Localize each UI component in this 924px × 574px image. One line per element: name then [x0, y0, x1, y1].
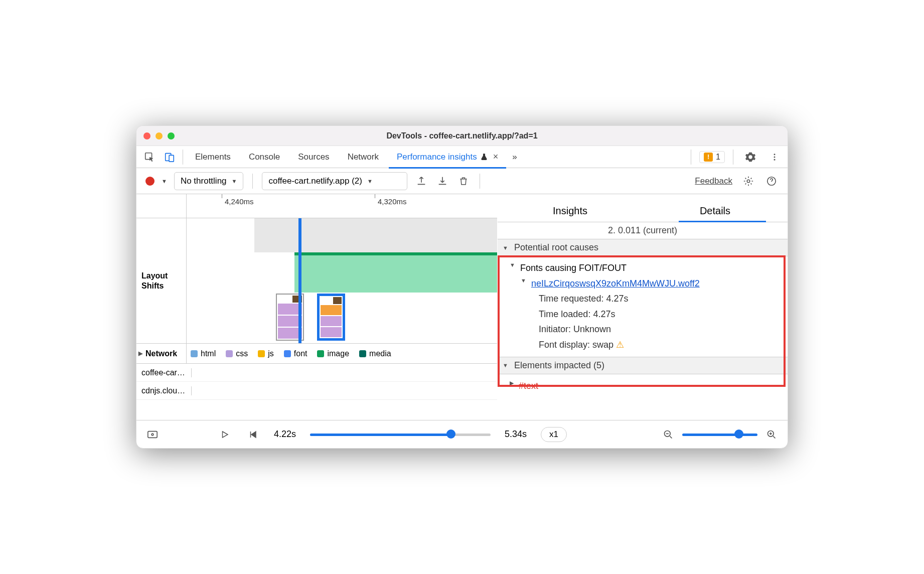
zoom-slider[interactable]	[682, 433, 757, 437]
playback-bar: 4.22s 5.34s x1	[136, 420, 788, 448]
timeline-canvas[interactable]	[187, 218, 497, 343]
panel-settings-icon[interactable]	[741, 174, 755, 188]
feedback-link[interactable]: Feedback	[695, 176, 732, 186]
help-icon[interactable]	[764, 174, 779, 188]
settings-gear-icon[interactable]	[741, 148, 759, 166]
root-causes-header[interactable]: Potential root causes	[498, 239, 788, 256]
svg-point-9	[151, 434, 153, 436]
tab-elements[interactable]: Elements	[187, 146, 239, 168]
timeline-block-grey	[254, 218, 497, 252]
inspect-icon[interactable]	[140, 148, 159, 166]
font-display: Font display: swap ⚠	[539, 337, 781, 353]
details-pane: Insights Details 2. 0.011 (current) Pote…	[498, 194, 788, 420]
playback-start-time: 4.22s	[274, 429, 296, 440]
gutter	[136, 194, 187, 218]
divider	[252, 174, 253, 189]
record-dropdown-icon[interactable]: ▼	[162, 178, 167, 184]
fonts-section[interactable]: Fonts causing FOIT/FOUT	[510, 260, 781, 276]
current-time-indicator[interactable]	[298, 218, 301, 343]
svg-rect-8	[148, 431, 157, 438]
tab-network[interactable]: Network	[340, 146, 387, 168]
close-tab-icon[interactable]: ×	[493, 152, 499, 162]
root-causes-tree: Fonts causing FOIT/FOUT neILzCirqoswsqX9…	[498, 256, 788, 357]
divider	[183, 150, 183, 165]
issues-badge[interactable]: ! 1	[699, 151, 725, 163]
legend-js: js	[258, 349, 274, 358]
window-title: DevTools - coffee-cart.netlify.app/?ad=1	[136, 131, 788, 140]
tab-insights[interactable]: Insights	[498, 205, 643, 222]
time-loaded: Time loaded: 4.27s	[539, 307, 781, 322]
top-tabs: Elements Console Sources Network Perform…	[136, 146, 788, 168]
playback-slider[interactable]	[310, 433, 491, 437]
throttling-value: No throttling	[181, 176, 227, 186]
devtools-window: DevTools - coffee-cart.netlify.app/?ad=1…	[136, 125, 788, 449]
impacted-text-node[interactable]: #text	[510, 378, 781, 394]
page-value: coffee-cart.netlify.app (2)	[268, 176, 362, 186]
network-row-label[interactable]: Network	[136, 344, 187, 363]
delete-icon[interactable]	[456, 174, 471, 188]
toggle-screenshots-icon[interactable]	[145, 427, 160, 442]
tab-performance-insights[interactable]: Performance insights ×	[389, 146, 506, 168]
page-select[interactable]: coffee-cart.netlify.app (2) ▼	[262, 172, 407, 190]
divider	[691, 150, 691, 165]
window-controls	[143, 132, 175, 139]
record-button[interactable]	[145, 177, 155, 186]
warning-icon: !	[704, 153, 713, 162]
svg-point-6	[747, 180, 750, 183]
maximize-window-button[interactable]	[168, 132, 175, 139]
legend-font: font	[284, 349, 307, 358]
previous-line-partial: 2. 0.011 (current)	[498, 225, 788, 236]
tab-console[interactable]: Console	[241, 146, 288, 168]
initiator: Initiator: Unknown	[539, 322, 781, 337]
minimize-window-button[interactable]	[156, 132, 163, 139]
timeline-block-green-edge	[294, 252, 497, 255]
timeline-block-green	[294, 252, 497, 293]
titlebar: DevTools - coffee-cart.netlify.app/?ad=1	[136, 126, 788, 146]
time-tick: 4,240ms	[225, 197, 254, 206]
zoom-out-icon[interactable]	[661, 427, 675, 442]
zoom-in-icon[interactable]	[764, 427, 779, 442]
svg-point-3	[774, 154, 776, 155]
more-tabs-icon[interactable]: »	[508, 152, 521, 162]
timeline-pane: 4,240ms 4,320ms Layout Shifts	[136, 194, 498, 420]
layout-shifts-row: Layout Shifts	[136, 218, 497, 344]
export-icon[interactable]	[414, 174, 428, 188]
layout-shifts-label: Layout Shifts	[141, 271, 168, 290]
chevron-down-icon: ▼	[367, 178, 373, 184]
network-legend-row: Network html css js font image media	[136, 344, 497, 364]
row-gutter: Layout Shifts	[136, 218, 187, 343]
tab-sources[interactable]: Sources	[290, 146, 337, 168]
warning-triangle-icon: ⚠	[616, 340, 624, 350]
font-file-node[interactable]: neILzCirqoswsqX9zoKmM4MwWJU.woff2	[521, 276, 781, 292]
timeline-ruler: 4,240ms 4,320ms	[136, 194, 497, 218]
legend-html: html	[191, 349, 216, 358]
time-tick: 4,320ms	[378, 197, 407, 206]
device-toolbar-icon[interactable]	[161, 148, 179, 166]
svg-point-5	[774, 159, 776, 160]
speed-pill[interactable]: x1	[541, 427, 567, 442]
legend-image: image	[317, 349, 349, 358]
throttling-select[interactable]: No throttling ▼	[174, 172, 244, 190]
tab-details[interactable]: Details	[643, 205, 788, 222]
recording-toolbar: ▼ No throttling ▼ coffee-cart.netlify.ap…	[136, 168, 788, 194]
elements-impacted-header[interactable]: Elements impacted (5)	[498, 357, 788, 374]
main-content: 4,240ms 4,320ms Layout Shifts	[136, 194, 788, 420]
elements-impacted-tree: #text	[498, 374, 788, 398]
right-tabs: Insights Details	[498, 194, 788, 222]
seek-start-icon[interactable]	[246, 427, 260, 442]
kebab-menu-icon[interactable]	[765, 148, 784, 166]
issue-count: 1	[716, 153, 720, 162]
legend-media: media	[359, 349, 391, 358]
close-window-button[interactable]	[143, 132, 150, 139]
playback-end-time: 5.34s	[505, 429, 527, 440]
network-row-item[interactable]: coffee-car…	[136, 364, 497, 382]
network-row-item[interactable]: cdnjs.clou…	[136, 382, 497, 400]
legend-css: css	[226, 349, 248, 358]
screenshot-thumb-selected[interactable]	[317, 294, 345, 341]
play-icon[interactable]	[218, 427, 232, 442]
network-legend: html css js font image media	[187, 344, 497, 363]
import-icon[interactable]	[435, 174, 449, 188]
details-body[interactable]: 2. 0.011 (current) Potential root causes…	[498, 222, 788, 420]
font-file-link[interactable]: neILzCirqoswsqX9zoKmM4MwWJU.woff2	[531, 276, 700, 292]
tick-area[interactable]: 4,240ms 4,320ms	[187, 194, 497, 218]
